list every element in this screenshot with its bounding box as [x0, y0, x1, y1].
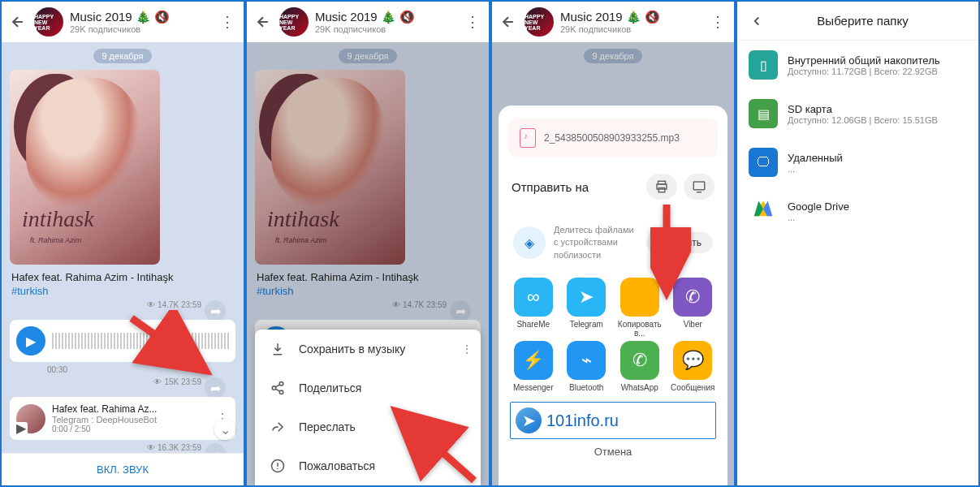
- cancel-button[interactable]: Отмена: [508, 439, 718, 464]
- share-app-shareme[interactable]: ∞ShareMe: [508, 278, 559, 338]
- more-button[interactable]: ⋮: [463, 13, 482, 31]
- date-chip: 9 декабря: [93, 49, 151, 63]
- share-app-telegram[interactable]: ➤Telegram: [562, 278, 612, 338]
- album-art[interactable]: intihask ft. Rahima Azim: [10, 70, 160, 265]
- channel-avatar[interactable]: HAPPYNEW YEAR: [34, 7, 63, 37]
- view-count: 👁 15K 23:59: [153, 377, 201, 386]
- hashtag[interactable]: #turkish: [11, 285, 234, 297]
- app-label: Копировать в...: [615, 320, 665, 338]
- song-title: Hafex feat. Rahima Azim - Intihaşk: [11, 271, 234, 283]
- svg-point-0: [279, 382, 283, 386]
- channel-header: HAPPYNEW YEAR Music 2019 🎄 🔇 29K подписч…: [492, 2, 734, 42]
- audio-time: 00:30: [47, 365, 244, 374]
- music-file-icon: [520, 128, 536, 148]
- print-button[interactable]: [646, 174, 677, 200]
- album-art[interactable]: intihask ft. Rahima Azim: [255, 70, 405, 265]
- more-button[interactable]: ⋮: [218, 13, 237, 31]
- storage-icon: 🖵: [749, 148, 778, 177]
- storage-item[interactable]: ▤SD картаДоступно: 12.06GB | Всего: 15.5…: [737, 89, 978, 138]
- track-row[interactable]: ▶ Hafex feat. Rahima Az... Telegram : De…: [10, 397, 235, 440]
- menu-label: Поделиться: [299, 381, 361, 394]
- app-label: Viber: [668, 320, 719, 329]
- share-sheet: 2_5438500508903933255.mp3 Отправить на ◈…: [499, 106, 727, 485]
- album-title: intihask: [22, 206, 94, 232]
- menu-share[interactable]: Поделиться: [255, 368, 481, 407]
- back-button[interactable]: [499, 12, 518, 32]
- back-button[interactable]: [253, 12, 273, 32]
- app-label: Telegram: [562, 320, 612, 329]
- submenu-icon[interactable]: ⋮: [461, 343, 473, 356]
- date-chip: 9 декабря: [339, 49, 396, 63]
- app-label: ShareMe: [508, 320, 559, 329]
- share-icon-button[interactable]: ➦: [205, 300, 226, 321]
- channel-title[interactable]: Music 2019 🎄 🔇: [70, 10, 211, 24]
- menu-label: Пожаловаться: [299, 459, 375, 472]
- song-title: Hafex feat. Rahima Azim - Intihaşk: [257, 271, 479, 283]
- channel-title[interactable]: Music 2019 🎄 🔇: [315, 10, 456, 24]
- menu-forward[interactable]: Переслать: [255, 407, 481, 446]
- svg-rect-7: [693, 182, 705, 190]
- channel-avatar[interactable]: HAPPYNEW YEAR: [525, 7, 554, 37]
- folder-picker-header: Выберите папку: [737, 2, 978, 41]
- track-position: 0:00 / 2:50: [52, 425, 209, 433]
- storage-item[interactable]: Google Drive...: [737, 187, 978, 235]
- share-app-сообщения[interactable]: 💬Сообщения: [668, 341, 719, 392]
- file-chip[interactable]: 2_5438500508903933255.mp3: [508, 119, 718, 157]
- app-icon: ⚡: [514, 341, 553, 380]
- cast-button[interactable]: [684, 174, 714, 200]
- scroll-down-button[interactable]: ⌄: [214, 419, 235, 440]
- send-to-label: Отправить на: [512, 180, 589, 194]
- share-app-grid: ∞ShareMe➤TelegramКопировать в...✆Viber⚡M…: [508, 278, 718, 392]
- nearby-share-row: ◈ Делитесь файламис устройствамипоблизос…: [508, 216, 718, 269]
- back-button[interactable]: [747, 11, 766, 31]
- share-app-копировать в...[interactable]: Копировать в...: [615, 278, 665, 338]
- storage-name: Google Drive: [788, 200, 967, 213]
- telegram-logo-icon: ➤: [516, 407, 542, 433]
- storage-icon: ▤: [749, 99, 778, 128]
- back-button[interactable]: [8, 12, 28, 32]
- enable-sound-button[interactable]: ВКЛ. ЗВУК: [2, 453, 244, 485]
- storage-name: Удаленный: [788, 152, 967, 164]
- storage-item[interactable]: 🖵Удаленный...: [737, 138, 978, 187]
- hashtag[interactable]: #turkish: [257, 285, 479, 297]
- menu-save-to-music[interactable]: Сохранить в музыку ⋮: [255, 330, 481, 368]
- share-icon-button[interactable]: ➦: [450, 300, 471, 321]
- context-menu: Сохранить в музыку ⋮ Поделиться Переслат…: [255, 330, 481, 485]
- play-button[interactable]: ▶: [16, 326, 45, 356]
- view-count: 👁 16.3K 23:59: [147, 443, 201, 452]
- track-thumbnail[interactable]: ▶: [16, 404, 45, 433]
- share-app-viber[interactable]: ✆Viber: [668, 278, 719, 338]
- date-chip: 9 декабря: [584, 49, 641, 63]
- svg-point-1: [272, 386, 276, 390]
- channel-subtitle: 29K подписчиков: [315, 24, 456, 34]
- track-source: Telegram : DeepHouseBot: [52, 415, 209, 425]
- audio-message[interactable]: ▶: [10, 320, 235, 362]
- menu-report[interactable]: Пожаловаться: [255, 446, 481, 485]
- album-subtitle: ft. Rahima Azim: [30, 236, 81, 244]
- more-button[interactable]: ⋮: [708, 13, 727, 31]
- enable-nearby-button[interactable]: Включить: [646, 232, 713, 253]
- share-icon-button[interactable]: ➦: [205, 377, 226, 399]
- share-app-messenger[interactable]: ⚡Messenger: [508, 341, 559, 392]
- view-count: 👁 14.7K 23:59: [392, 300, 447, 309]
- filename: 2_5438500508903933255.mp3: [544, 132, 680, 144]
- menu-label: Переслать: [299, 420, 356, 433]
- channel-subtitle: 29K подписчиков: [70, 24, 211, 34]
- channel-subtitle: 29K подписчиков: [560, 24, 702, 34]
- channel-title[interactable]: Music 2019 🎄 🔇: [560, 10, 702, 24]
- storage-detail: ...: [788, 164, 967, 174]
- panel-telegram-channel-2: HAPPYNEW YEAR Music 2019 🎄 🔇 29K подписч…: [245, 0, 490, 487]
- download-icon: [270, 341, 286, 357]
- waveform[interactable]: [52, 333, 229, 349]
- app-icon: ➤: [567, 278, 606, 317]
- storage-item[interactable]: ▯Внутренний общий накопительДоступно: 11…: [737, 41, 978, 89]
- app-label: Сообщения: [668, 383, 719, 392]
- app-icon: ✆: [620, 341, 659, 380]
- channel-avatar[interactable]: HAPPYNEW YEAR: [279, 7, 309, 37]
- panel-share-sheet: HAPPYNEW YEAR Music 2019 🎄 🔇 29K подписч…: [490, 0, 736, 487]
- nearby-text: Делитесь файламис устройствамипоблизости: [554, 224, 638, 261]
- share-app-whatsapp[interactable]: ✆WhatsApp: [615, 341, 665, 392]
- share-app-bluetooth[interactable]: ⌁Bluetooth: [562, 341, 612, 392]
- panel-telegram-channel-1: HAPPYNEW YEAR Music 2019 🎄 🔇 29K подписч…: [0, 0, 245, 487]
- album-title: intihask: [267, 206, 339, 232]
